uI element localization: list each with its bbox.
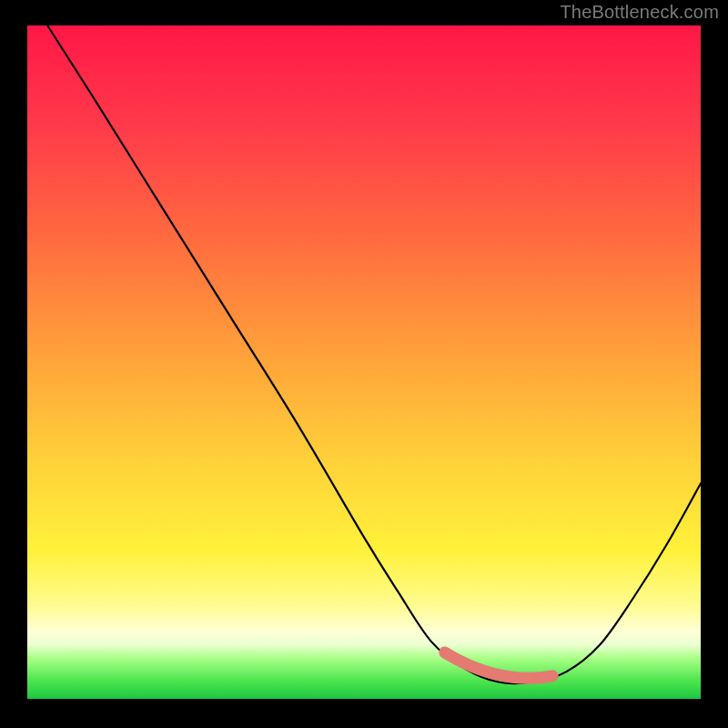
- chart-svg: [27, 25, 701, 699]
- curve-line: [47, 25, 701, 683]
- trough-highlight: [445, 652, 552, 678]
- chart-container: TheBottleneck.com: [0, 0, 728, 728]
- chart-plot-area: [27, 25, 701, 699]
- attribution-text: TheBottleneck.com: [560, 2, 719, 23]
